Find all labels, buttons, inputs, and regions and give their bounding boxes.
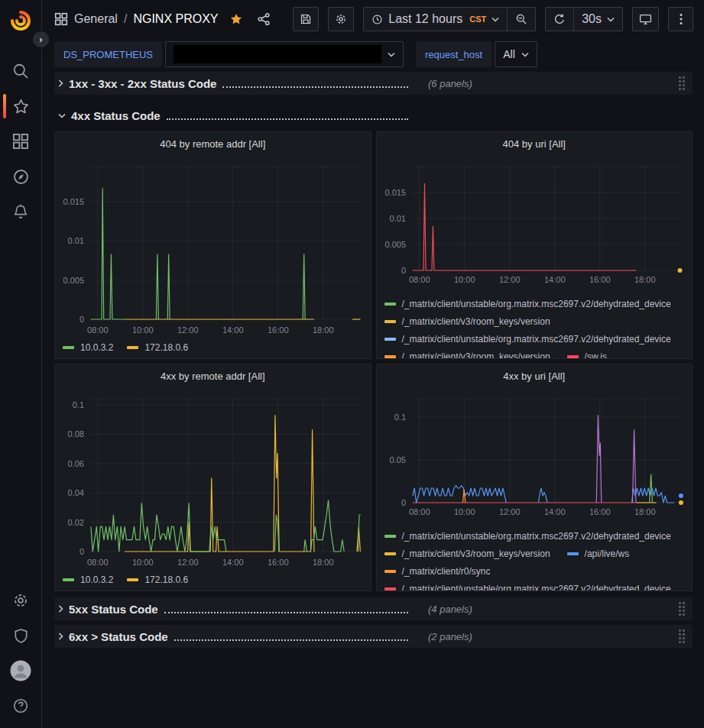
legend-label: /_matrix/client/unstable/org.matrix.msc2… bbox=[402, 584, 671, 592]
sidebar-item-search[interactable] bbox=[0, 53, 42, 89]
refresh-button[interactable] bbox=[546, 8, 573, 31]
time-range-label: Last 12 hours bbox=[388, 12, 462, 26]
sidebar-item-help[interactable] bbox=[0, 688, 42, 723]
row-header-5xx[interactable]: 5xx Status Code (4 panels) bbox=[54, 597, 693, 620]
variable-label: DS_PROMETHEUS bbox=[54, 41, 162, 67]
time-picker-group: Last 12 hours CST bbox=[363, 7, 536, 31]
chevron-right-icon bbox=[58, 605, 63, 613]
dotted-leader bbox=[222, 79, 408, 88]
legend-item[interactable]: /_matrix/client/unstable/org.matrix.msc2… bbox=[384, 530, 671, 542]
legend-item[interactable]: /_matrix/client/v3/room_keys/version bbox=[384, 548, 550, 559]
refresh-interval-dropdown[interactable]: 30s bbox=[573, 8, 622, 31]
legend-label: /_matrix/client/r0/sync bbox=[402, 566, 491, 577]
legend-item[interactable]: /_matrix/client/r0/sync bbox=[384, 565, 491, 577]
refresh-interval-label: 30s bbox=[582, 12, 602, 26]
bell-icon bbox=[12, 203, 29, 220]
panel-legend: 10.0.3.2172.18.0.6 bbox=[55, 338, 371, 353]
star-outline-icon bbox=[12, 98, 30, 115]
svg-text:0.005: 0.005 bbox=[63, 276, 84, 285]
panel-title[interactable]: 4xx by uri [All] bbox=[377, 364, 693, 387]
save-dashboard-button[interactable] bbox=[293, 7, 319, 31]
more-options-button[interactable] bbox=[668, 7, 693, 31]
legend-item[interactable]: 10.0.3.2 bbox=[63, 574, 113, 585]
row-panel-count: (4 panels) bbox=[428, 603, 472, 615]
legend-item[interactable]: /_matrix/client/unstable/org.matrix.msc2… bbox=[384, 333, 671, 345]
svg-text:0.02: 0.02 bbox=[68, 518, 84, 527]
legend-label: /sw.js bbox=[585, 351, 607, 360]
refresh-icon bbox=[553, 13, 566, 25]
row-drag-handle-icon[interactable] bbox=[679, 629, 685, 643]
row-header-1xx-3xx-2xx[interactable]: 1xx - 3xx - 2xx Status Code (6 panels) bbox=[54, 72, 693, 95]
dashboard-settings-button[interactable] bbox=[328, 7, 354, 31]
help-icon bbox=[12, 697, 29, 714]
svg-text:0.015: 0.015 bbox=[384, 188, 406, 197]
sidebar-item-dashboards[interactable] bbox=[0, 124, 42, 159]
legend-item[interactable]: /_matrix/client/v3/room_keys/version bbox=[384, 351, 550, 359]
apps-grid-icon[interactable] bbox=[54, 12, 68, 26]
row-drag-handle-icon[interactable] bbox=[679, 602, 685, 616]
svg-text:0.06: 0.06 bbox=[68, 459, 84, 468]
sidebar-item-server-admin[interactable] bbox=[0, 618, 42, 653]
panel-title[interactable]: 404 by remote addr [All] bbox=[55, 132, 371, 155]
legend-item[interactable]: /api/live/ws bbox=[567, 548, 630, 559]
sidebar-expand-button[interactable]: › bbox=[32, 31, 50, 48]
time-range-picker[interactable]: Last 12 hours CST bbox=[364, 8, 507, 31]
svg-text:16:00: 16:00 bbox=[589, 507, 610, 516]
zoom-out-button[interactable] bbox=[507, 8, 535, 31]
sidebar-item-explore[interactable] bbox=[0, 159, 42, 194]
variable-label: request_host bbox=[416, 41, 492, 67]
share-icon[interactable] bbox=[257, 12, 271, 26]
sidebar-item-alerting[interactable] bbox=[0, 194, 42, 229]
legend-item[interactable]: /_matrix/client/unstable/org.matrix.msc2… bbox=[384, 583, 671, 591]
legend-label: /api/live/ws bbox=[585, 548, 630, 559]
chevron-down-icon bbox=[521, 52, 529, 57]
variables-submenu: DS_PROMETHEUS request_host All bbox=[42, 38, 704, 70]
legend-item[interactable]: 172.18.0.6 bbox=[127, 342, 188, 353]
request-host-dropdown[interactable]: All bbox=[495, 41, 537, 67]
panel-grid: 404 by remote addr [All] 00.0050.010.015… bbox=[54, 131, 693, 591]
legend-swatch-icon bbox=[63, 578, 74, 581]
panel-legend: /_matrix/client/unstable/org.matrix.msc2… bbox=[377, 521, 693, 591]
tv-mode-button[interactable] bbox=[632, 7, 659, 31]
breadcrumb-section[interactable]: General bbox=[74, 12, 118, 26]
row-drag-handle-icon[interactable] bbox=[679, 76, 685, 90]
legend-swatch-icon bbox=[384, 535, 396, 538]
legend-item[interactable]: 10.0.3.2 bbox=[63, 342, 113, 353]
svg-text:16:00: 16:00 bbox=[268, 558, 289, 567]
svg-text:16:00: 16:00 bbox=[268, 325, 289, 335]
row-header-6xx[interactable]: 6xx > Status Code (2 panels) bbox=[54, 625, 693, 648]
grafana-logo-icon[interactable] bbox=[9, 9, 32, 32]
legend-item[interactable]: /sw.js bbox=[567, 351, 607, 359]
legend-label: /_matrix/client/unstable/org.matrix.msc2… bbox=[402, 299, 671, 309]
legend-swatch-icon bbox=[384, 570, 396, 573]
sidebar-item-profile[interactable] bbox=[0, 653, 42, 688]
svg-text:0.05: 0.05 bbox=[389, 455, 405, 464]
svg-text:10:00: 10:00 bbox=[132, 558, 154, 567]
legend-label: 172.18.0.6 bbox=[144, 342, 188, 353]
legend-item[interactable]: 172.18.0.6 bbox=[127, 574, 188, 585]
panel-title[interactable]: 4xx by remote addr [All] bbox=[55, 364, 371, 387]
user-avatar bbox=[10, 660, 31, 681]
svg-text:0.04: 0.04 bbox=[68, 488, 84, 497]
svg-text:0: 0 bbox=[79, 547, 84, 556]
legend-item[interactable]: /_matrix/client/unstable/org.matrix.msc2… bbox=[384, 298, 671, 309]
legend-label: /_matrix/client/v3/room_keys/version bbox=[402, 351, 550, 360]
chevron-down-icon bbox=[58, 113, 66, 118]
dashboards-grid-icon bbox=[12, 133, 29, 150]
favorite-star-icon[interactable] bbox=[229, 12, 243, 26]
legend-item[interactable]: /_matrix/client/v3/room_keys/version bbox=[384, 315, 550, 327]
row-title: 5xx Status Code bbox=[69, 603, 158, 616]
panel-title[interactable]: 404 by uri [All] bbox=[377, 132, 693, 155]
sidebar-item-starred[interactable] bbox=[0, 89, 42, 124]
svg-text:18:00: 18:00 bbox=[313, 325, 334, 335]
panel-404-by-remote-addr: 404 by remote addr [All] 00.0050.010.015… bbox=[54, 131, 371, 359]
sidebar-item-configuration[interactable] bbox=[0, 583, 42, 618]
svg-text:08:00: 08:00 bbox=[87, 558, 109, 567]
row-header-4xx[interactable]: 4xx Status Code bbox=[54, 104, 693, 127]
ds-prometheus-dropdown[interactable] bbox=[165, 41, 404, 67]
legend-swatch-icon bbox=[384, 338, 396, 341]
dotted-leader bbox=[174, 632, 408, 641]
legend-label: /_matrix/client/v3/room_keys/version bbox=[402, 316, 550, 327]
panel-legend: /_matrix/client/unstable/org.matrix.msc2… bbox=[377, 289, 693, 359]
svg-text:10:00: 10:00 bbox=[453, 275, 475, 284]
